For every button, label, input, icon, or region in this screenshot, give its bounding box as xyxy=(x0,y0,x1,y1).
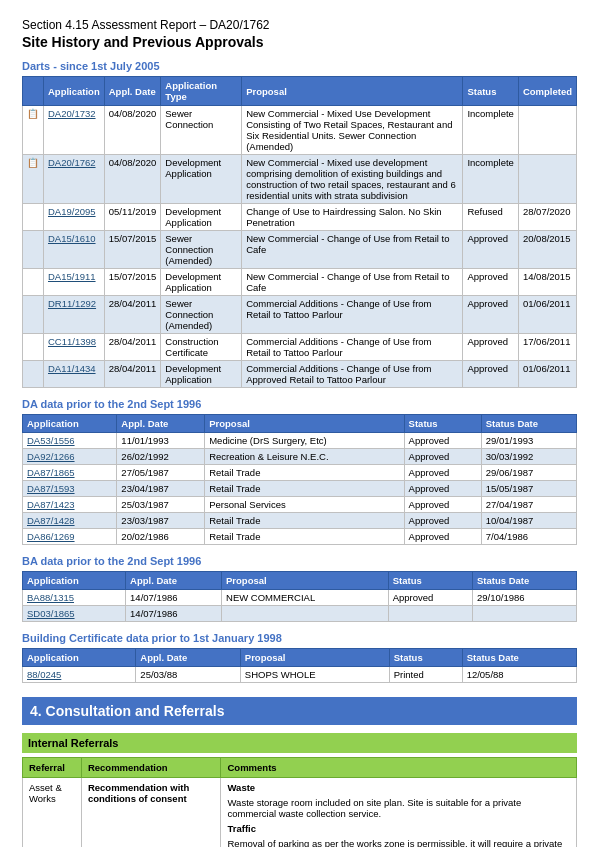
darts-table: Application Appl. Date Application Type … xyxy=(22,76,577,388)
status-date xyxy=(472,606,576,622)
status: Approved xyxy=(463,296,518,334)
col-comments: Comments xyxy=(221,758,577,778)
section4-header: 4. Consultation and Referrals xyxy=(22,697,577,725)
row-icon xyxy=(23,296,44,334)
app-link[interactable]: CC11/1398 xyxy=(44,334,105,361)
table-row: BA88/1315 14/07/1986 NEW COMMERCIAL Appr… xyxy=(23,590,577,606)
table-row: DA11/1434 28/04/2011 Development Applica… xyxy=(23,361,577,388)
status: Printed xyxy=(389,667,462,683)
app-link[interactable]: SD03/1865 xyxy=(23,606,126,622)
col-proposal: Proposal xyxy=(240,649,389,667)
building-cert-subtitle: Building Certificate data prior to 1st J… xyxy=(22,632,577,644)
status-date: 10/04/1987 xyxy=(481,513,576,529)
app-link[interactable]: DA92/1266 xyxy=(23,449,117,465)
col-status-date: Status Date xyxy=(472,572,576,590)
app-link[interactable]: DA53/1556 xyxy=(23,433,117,449)
app-link[interactable]: 88/0245 xyxy=(23,667,136,683)
col-status: Status xyxy=(389,649,462,667)
app-link[interactable]: DA15/1911 xyxy=(44,269,105,296)
completed xyxy=(518,106,576,155)
row-icon xyxy=(23,361,44,388)
proposal: SHOPS WHOLE xyxy=(240,667,389,683)
app-type: Construction Certificate xyxy=(161,334,242,361)
table-row: 📋 DA20/1762 04/08/2020 Development Appli… xyxy=(23,155,577,204)
comment-text: Waste storage room included on site plan… xyxy=(227,797,570,819)
completed: 28/07/2020 xyxy=(518,204,576,231)
status: Approved xyxy=(404,529,481,545)
proposal: New Commercial - Mixed Use Development C… xyxy=(242,106,463,155)
proposal: Recreation & Leisure N.E.C. xyxy=(205,449,404,465)
table-row: Asset & Works Recommendation with condit… xyxy=(23,778,577,848)
ba-prior-table: Application Appl. Date Proposal Status S… xyxy=(22,571,577,622)
comments: WasteWaste storage room included on site… xyxy=(221,778,577,848)
status: Approved xyxy=(388,590,472,606)
completed: 17/06/2011 xyxy=(518,334,576,361)
appl-date: 28/04/2011 xyxy=(104,361,161,388)
row-icon xyxy=(23,334,44,361)
table-row: DA87/1865 27/05/1987 Retail Trade Approv… xyxy=(23,465,577,481)
table-row: DA86/1269 20/02/1986 Retail Trade Approv… xyxy=(23,529,577,545)
col-appl-date: Appl. Date xyxy=(117,415,205,433)
table-row: DA92/1266 26/02/1992 Recreation & Leisur… xyxy=(23,449,577,465)
app-link[interactable]: DR11/1292 xyxy=(44,296,105,334)
col-proposal: Proposal xyxy=(242,77,463,106)
status-date: 7/04/1986 xyxy=(481,529,576,545)
col-application: Application xyxy=(23,415,117,433)
appl-date: 15/07/2015 xyxy=(104,231,161,269)
proposal: NEW COMMERCIAL xyxy=(222,590,389,606)
app-link[interactable]: DA19/2095 xyxy=(44,204,105,231)
appl-date: 15/07/2015 xyxy=(104,269,161,296)
app-type: Development Application xyxy=(161,155,242,204)
appl-date: 04/08/2020 xyxy=(104,106,161,155)
col-application: Application xyxy=(44,77,105,106)
completed xyxy=(518,155,576,204)
proposal: Change of Use to Hairdressing Salon. No … xyxy=(242,204,463,231)
appl-date: 26/02/1992 xyxy=(117,449,205,465)
col-application-type: Application Type xyxy=(161,77,242,106)
appl-date: 23/04/1987 xyxy=(117,481,205,497)
proposal: Commercial Additions - Change of Use fro… xyxy=(242,334,463,361)
row-icon xyxy=(23,269,44,296)
status-date: 27/04/1987 xyxy=(481,497,576,513)
table-row: CC11/1398 28/04/2011 Construction Certif… xyxy=(23,334,577,361)
status: Approved xyxy=(463,269,518,296)
app-link[interactable]: DA20/1762 xyxy=(44,155,105,204)
col-appl-date: Appl. Date xyxy=(126,572,222,590)
appl-date: 23/03/1987 xyxy=(117,513,205,529)
col-referral: Referral xyxy=(23,758,82,778)
app-link[interactable]: DA11/1434 xyxy=(44,361,105,388)
app-link[interactable]: DA87/1593 xyxy=(23,481,117,497)
status: Approved xyxy=(463,231,518,269)
comment-bold: Waste xyxy=(227,782,570,793)
app-link[interactable]: DA87/1428 xyxy=(23,513,117,529)
table-row: DA87/1593 23/04/1987 Retail Trade Approv… xyxy=(23,481,577,497)
proposal: Retail Trade xyxy=(205,529,404,545)
status: Approved xyxy=(404,449,481,465)
col-appl-date: Appl. Date xyxy=(136,649,240,667)
app-link[interactable]: DA87/1865 xyxy=(23,465,117,481)
appl-date: 28/04/2011 xyxy=(104,296,161,334)
status: Approved xyxy=(404,481,481,497)
status xyxy=(388,606,472,622)
col-status: Status xyxy=(404,415,481,433)
app-link[interactable]: DA15/1610 xyxy=(44,231,105,269)
internal-referrals-header: Internal Referrals xyxy=(22,733,577,753)
app-type: Development Application xyxy=(161,361,242,388)
status: Approved xyxy=(404,513,481,529)
col-completed: Completed xyxy=(518,77,576,106)
proposal: Commercial Additions - Change of Use fro… xyxy=(242,361,463,388)
app-link[interactable]: BA88/1315 xyxy=(23,590,126,606)
recommendation: Recommendation with conditions of consen… xyxy=(81,778,221,848)
section-main-title: Site History and Previous Approvals xyxy=(22,34,577,50)
appl-date: 14/07/1986 xyxy=(126,590,222,606)
appl-date: 28/04/2011 xyxy=(104,334,161,361)
appl-date: 04/08/2020 xyxy=(104,155,161,204)
app-link[interactable]: DA20/1732 xyxy=(44,106,105,155)
app-type: Sewer Connection xyxy=(161,106,242,155)
app-link[interactable]: DA87/1423 xyxy=(23,497,117,513)
table-row: DA15/1911 15/07/2015 Development Applica… xyxy=(23,269,577,296)
status-date: 29/01/1993 xyxy=(481,433,576,449)
app-link[interactable]: DA86/1269 xyxy=(23,529,117,545)
proposal: Personal Services xyxy=(205,497,404,513)
proposal: Retail Trade xyxy=(205,465,404,481)
